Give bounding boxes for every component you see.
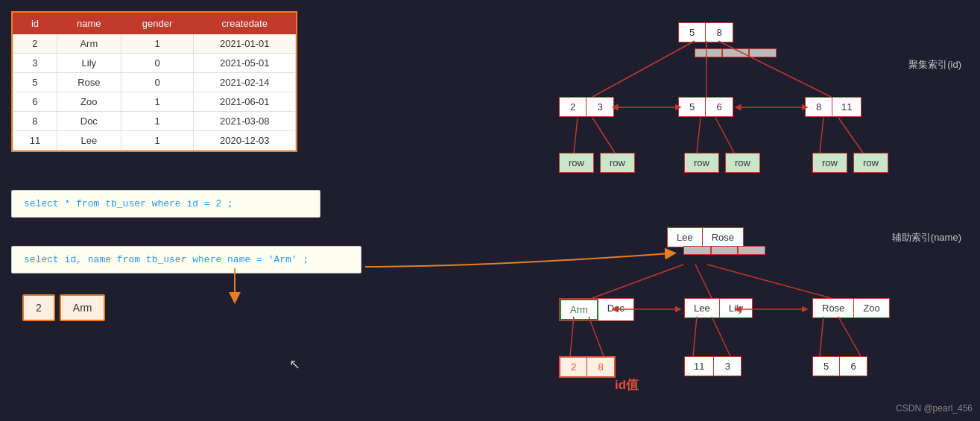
cell-createdate: 2021-01-01 [194, 34, 296, 54]
svg-line-8 [838, 118, 863, 153]
cell-gender: 1 [121, 92, 194, 112]
leaf-rl-1: row [813, 153, 847, 172]
leaf-ll: row [559, 153, 594, 173]
svg-line-7 [820, 118, 823, 153]
cell-gender: 1 [121, 34, 194, 54]
sql-box-2: select id, name from tb_user where name … [11, 246, 361, 273]
cml-2: 3 [587, 98, 613, 116]
leaf-ll-1: row [560, 153, 593, 172]
cell-id: 8 [13, 112, 57, 131]
leaf-cl: row [684, 153, 719, 173]
cell-id: 5 [13, 73, 57, 92]
aux-root-node: Lee Rose [667, 227, 744, 247]
cell-gender: 1 [121, 112, 194, 131]
aux-val-rl-1: 5 [813, 357, 840, 376]
cmr-2: 11 [832, 98, 861, 116]
cluster-leaf-left: row row [559, 153, 635, 173]
cluster-leaf-center: row row [684, 153, 760, 173]
leaf-rl: row [812, 153, 847, 173]
aux-label: 辅助索引(name) [892, 231, 961, 244]
svg-line-13 [707, 265, 831, 298]
cluster-mid-right: 8 11 [805, 97, 862, 117]
table-row: 3Lily02021-05-01 [13, 54, 296, 73]
leaf-cl-1: row [685, 153, 718, 172]
cell-name: Doc [57, 112, 121, 131]
aux-ml-2: Doc [598, 299, 633, 320]
cell-id: 11 [13, 131, 57, 151]
cluster-root-node: 5 8 [678, 22, 733, 42]
id-value-label: id值 [615, 376, 639, 393]
table-row: 2Arm12021-01-01 [13, 34, 296, 54]
sql-box-1: select * from tb_user where id = 2 ; [11, 190, 320, 218]
table-section: id name gender createdate 2Arm12021-01-0… [11, 11, 297, 152]
indicator-3 [749, 49, 776, 57]
svg-line-5 [697, 118, 701, 153]
cluster-mid-center: 5 6 [678, 97, 733, 117]
leaf-lc-1: row [601, 153, 634, 172]
aux-ml-1: Arm [560, 299, 598, 320]
aux-val-cl-2: 3 [714, 357, 741, 376]
cell-id: 3 [13, 54, 57, 73]
aux-ind-3 [738, 247, 765, 254]
cell-createdate: 2021-06-01 [194, 92, 296, 112]
indicator-1 [695, 49, 722, 57]
aux-val-right: 5 6 [812, 356, 867, 376]
col-header-createdate: createdate [194, 13, 296, 34]
cell-gender: 0 [121, 54, 194, 73]
aux-root-2: Rose [703, 228, 743, 247]
svg-line-18 [820, 317, 823, 356]
cell-gender: 1 [121, 131, 194, 151]
aux-val-left: 2 8 [559, 356, 616, 378]
table-row: 8Doc12021-03-08 [13, 112, 296, 131]
aux-val-left-node: 2 8 [559, 356, 616, 378]
aux-val-center: 11 3 [684, 356, 742, 376]
cell-name: Lily [57, 54, 121, 73]
table-row: 11Lee12020-12-03 [13, 131, 296, 151]
cell-createdate: 2021-05-01 [194, 54, 296, 73]
result-name: Arm [60, 294, 106, 321]
aux-val-cl-1: 11 [685, 357, 714, 376]
aux-val-right-node: 5 6 [812, 356, 867, 376]
leaf-lc: row [600, 153, 635, 173]
cell-createdate: 2021-02-14 [194, 73, 296, 92]
aux-root-1: Lee [668, 228, 703, 247]
cluster-leaf-right: row row [812, 153, 888, 173]
col-header-gender: gender [121, 13, 194, 34]
aux-ind-2 [711, 247, 738, 254]
aux-mid-center: Lee Lily [684, 298, 753, 318]
svg-line-12 [695, 265, 712, 298]
cmc-2: 6 [706, 98, 733, 116]
svg-line-17 [712, 317, 730, 356]
aux-mc-2: Lily [720, 299, 753, 317]
aux-mc-1: Lee [685, 299, 720, 317]
cell-createdate: 2021-03-08 [194, 112, 296, 131]
svg-line-14 [570, 317, 574, 356]
result-id: 2 [22, 294, 55, 321]
aux-ind-1 [684, 247, 711, 254]
leaf-cc: row [725, 153, 760, 173]
aux-root-indicators [683, 246, 765, 255]
aux-val-rl-2: 6 [840, 357, 867, 376]
col-header-name: name [57, 13, 121, 34]
svg-line-15 [589, 317, 604, 356]
svg-line-11 [592, 265, 683, 298]
btree-section: 聚集索引(id) 5 8 2 3 5 6 8 11 [484, 7, 969, 417]
cluster-root-cell-2: 8 [706, 23, 733, 42]
svg-line-16 [693, 317, 697, 356]
svg-line-19 [838, 317, 861, 356]
svg-line-0 [592, 41, 695, 97]
watermark: CSDN @pearl_456 [896, 403, 973, 414]
cluster-label: 聚集索引(id) [908, 58, 961, 72]
leaf-rc-1: row [854, 153, 888, 172]
cell-name: Arm [57, 34, 121, 54]
cell-name: Rose [57, 73, 121, 92]
result-box: 2 Arm [22, 294, 105, 321]
cluster-root-cell-1: 5 [679, 23, 706, 42]
col-header-id: id [13, 13, 57, 34]
aux-mr-2: Zoo [854, 299, 888, 317]
leaf-rc: row [853, 153, 888, 173]
table-row: 6Zoo12021-06-01 [13, 92, 296, 112]
cell-id: 2 [13, 34, 57, 54]
aux-val-ll-2: 8 [587, 358, 614, 376]
leaf-cc-1: row [726, 153, 759, 172]
